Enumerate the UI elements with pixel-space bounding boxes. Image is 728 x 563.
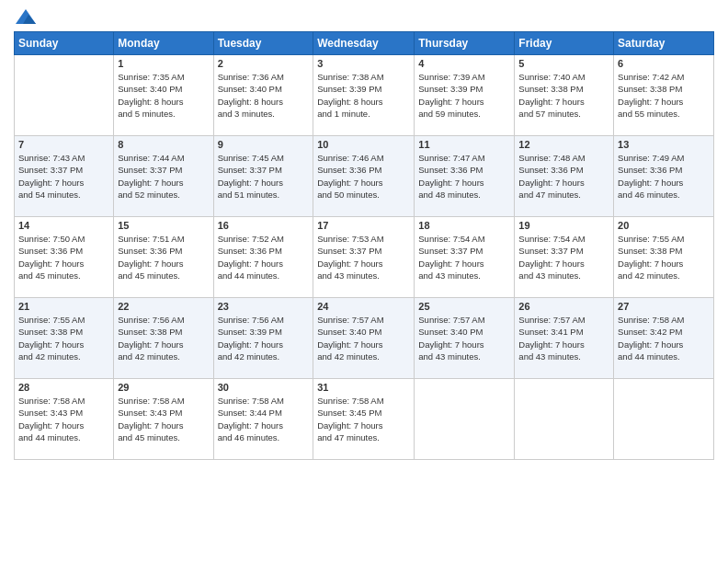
calendar-header-thursday: Thursday — [415, 32, 515, 55]
calendar-cell: 22Sunrise: 7:56 AM Sunset: 3:38 PM Dayli… — [114, 298, 213, 379]
day-number: 16 — [218, 220, 310, 231]
calendar-cell: 1Sunrise: 7:35 AM Sunset: 3:40 PM Daylig… — [114, 55, 213, 136]
day-number: 31 — [317, 382, 410, 393]
calendar-cell: 24Sunrise: 7:57 AM Sunset: 3:40 PM Dayli… — [313, 298, 415, 379]
day-info: Sunrise: 7:49 AM Sunset: 3:36 PM Dayligh… — [618, 152, 710, 201]
day-number: 11 — [418, 139, 510, 150]
calendar-header-row: SundayMondayTuesdayWednesdayThursdayFrid… — [15, 32, 714, 55]
day-info: Sunrise: 7:58 AM Sunset: 3:45 PM Dayligh… — [317, 395, 410, 443]
day-number: 3 — [317, 58, 410, 69]
calendar-cell: 21Sunrise: 7:55 AM Sunset: 3:38 PM Dayli… — [15, 298, 114, 379]
day-info: Sunrise: 7:51 AM Sunset: 3:36 PM Dayligh… — [118, 233, 209, 282]
day-number: 22 — [118, 301, 209, 312]
day-info: Sunrise: 7:55 AM Sunset: 3:38 PM Dayligh… — [618, 233, 710, 282]
calendar-cell — [515, 379, 614, 460]
day-number: 9 — [218, 139, 310, 150]
day-info: Sunrise: 7:52 AM Sunset: 3:36 PM Dayligh… — [218, 233, 310, 282]
day-info: Sunrise: 7:46 AM Sunset: 3:36 PM Dayligh… — [317, 152, 410, 201]
calendar-cell: 26Sunrise: 7:57 AM Sunset: 3:41 PM Dayli… — [515, 298, 614, 379]
logo-icon — [16, 9, 36, 24]
day-info: Sunrise: 7:56 AM Sunset: 3:38 PM Dayligh… — [118, 314, 209, 362]
calendar-cell: 27Sunrise: 7:58 AM Sunset: 3:42 PM Dayli… — [614, 298, 714, 379]
calendar-cell: 20Sunrise: 7:55 AM Sunset: 3:38 PM Dayli… — [614, 217, 714, 298]
calendar-cell: 25Sunrise: 7:57 AM Sunset: 3:40 PM Dayli… — [415, 298, 515, 379]
day-info: Sunrise: 7:54 AM Sunset: 3:37 PM Dayligh… — [418, 233, 510, 282]
calendar-cell: 19Sunrise: 7:54 AM Sunset: 3:37 PM Dayli… — [515, 217, 614, 298]
day-info: Sunrise: 7:38 AM Sunset: 3:39 PM Dayligh… — [317, 71, 410, 120]
day-number: 1 — [118, 58, 209, 69]
day-number: 7 — [18, 139, 109, 150]
calendar-header-monday: Monday — [114, 32, 213, 55]
day-info: Sunrise: 7:57 AM Sunset: 3:40 PM Dayligh… — [418, 314, 510, 362]
calendar-cell: 3Sunrise: 7:38 AM Sunset: 3:39 PM Daylig… — [313, 55, 415, 136]
day-info: Sunrise: 7:57 AM Sunset: 3:41 PM Dayligh… — [518, 314, 609, 362]
day-info: Sunrise: 7:50 AM Sunset: 3:36 PM Dayligh… — [18, 233, 109, 282]
calendar-header-saturday: Saturday — [614, 32, 714, 55]
calendar-cell — [15, 55, 114, 136]
day-info: Sunrise: 7:43 AM Sunset: 3:37 PM Dayligh… — [18, 152, 109, 201]
calendar-cell: 31Sunrise: 7:58 AM Sunset: 3:45 PM Dayli… — [313, 379, 415, 460]
day-number: 27 — [618, 301, 710, 312]
page: SundayMondayTuesdayWednesdayThursdayFrid… — [0, 0, 728, 563]
calendar-cell: 5Sunrise: 7:40 AM Sunset: 3:38 PM Daylig… — [515, 55, 614, 136]
calendar-header-friday: Friday — [515, 32, 614, 55]
calendar-cell: 6Sunrise: 7:42 AM Sunset: 3:38 PM Daylig… — [614, 55, 714, 136]
day-info: Sunrise: 7:36 AM Sunset: 3:40 PM Dayligh… — [218, 71, 310, 120]
day-number: 15 — [118, 220, 209, 231]
day-info: Sunrise: 7:48 AM Sunset: 3:36 PM Dayligh… — [518, 152, 609, 201]
day-info: Sunrise: 7:58 AM Sunset: 3:43 PM Dayligh… — [118, 395, 209, 443]
calendar-cell: 11Sunrise: 7:47 AM Sunset: 3:36 PM Dayli… — [415, 136, 515, 217]
day-number: 26 — [518, 301, 609, 312]
calendar-cell: 10Sunrise: 7:46 AM Sunset: 3:36 PM Dayli… — [313, 136, 415, 217]
day-number: 12 — [518, 139, 609, 150]
calendar-cell: 29Sunrise: 7:58 AM Sunset: 3:43 PM Dayli… — [114, 379, 213, 460]
day-number: 23 — [218, 301, 310, 312]
calendar-header-sunday: Sunday — [15, 32, 114, 55]
calendar-week-row: 7Sunrise: 7:43 AM Sunset: 3:37 PM Daylig… — [15, 136, 714, 217]
day-number: 28 — [18, 382, 109, 393]
calendar-cell: 7Sunrise: 7:43 AM Sunset: 3:37 PM Daylig… — [15, 136, 114, 217]
day-number: 14 — [18, 220, 109, 231]
calendar-cell: 14Sunrise: 7:50 AM Sunset: 3:36 PM Dayli… — [15, 217, 114, 298]
day-number: 24 — [317, 301, 410, 312]
calendar-cell: 23Sunrise: 7:56 AM Sunset: 3:39 PM Dayli… — [213, 298, 313, 379]
day-info: Sunrise: 7:57 AM Sunset: 3:40 PM Dayligh… — [317, 314, 410, 362]
day-info: Sunrise: 7:45 AM Sunset: 3:37 PM Dayligh… — [218, 152, 310, 201]
day-number: 6 — [618, 58, 710, 69]
calendar-cell: 2Sunrise: 7:36 AM Sunset: 3:40 PM Daylig… — [213, 55, 313, 136]
day-info: Sunrise: 7:44 AM Sunset: 3:37 PM Dayligh… — [118, 152, 209, 201]
calendar-cell: 8Sunrise: 7:44 AM Sunset: 3:37 PM Daylig… — [114, 136, 213, 217]
calendar-cell: 13Sunrise: 7:49 AM Sunset: 3:36 PM Dayli… — [614, 136, 714, 217]
day-number: 13 — [618, 139, 710, 150]
calendar-header-wednesday: Wednesday — [313, 32, 415, 55]
day-number: 21 — [18, 301, 109, 312]
calendar-cell: 16Sunrise: 7:52 AM Sunset: 3:36 PM Dayli… — [213, 217, 313, 298]
day-number: 17 — [317, 220, 410, 231]
day-number: 5 — [518, 58, 609, 69]
day-info: Sunrise: 7:54 AM Sunset: 3:37 PM Dayligh… — [518, 233, 609, 282]
calendar-table: SundayMondayTuesdayWednesdayThursdayFrid… — [14, 31, 714, 460]
day-info: Sunrise: 7:55 AM Sunset: 3:38 PM Dayligh… — [18, 314, 109, 362]
day-info: Sunrise: 7:42 AM Sunset: 3:38 PM Dayligh… — [618, 71, 710, 120]
day-info: Sunrise: 7:58 AM Sunset: 3:42 PM Dayligh… — [618, 314, 710, 362]
calendar-cell: 28Sunrise: 7:58 AM Sunset: 3:43 PM Dayli… — [15, 379, 114, 460]
calendar-cell: 17Sunrise: 7:53 AM Sunset: 3:37 PM Dayli… — [313, 217, 415, 298]
calendar-cell — [614, 379, 714, 460]
calendar-cell — [415, 379, 515, 460]
calendar-week-row: 21Sunrise: 7:55 AM Sunset: 3:38 PM Dayli… — [15, 298, 714, 379]
day-number: 29 — [118, 382, 209, 393]
day-info: Sunrise: 7:47 AM Sunset: 3:36 PM Dayligh… — [418, 152, 510, 201]
day-info: Sunrise: 7:58 AM Sunset: 3:43 PM Dayligh… — [18, 395, 109, 443]
header — [14, 9, 714, 24]
calendar-cell: 12Sunrise: 7:48 AM Sunset: 3:36 PM Dayli… — [515, 136, 614, 217]
calendar-week-row: 14Sunrise: 7:50 AM Sunset: 3:36 PM Dayli… — [15, 217, 714, 298]
day-info: Sunrise: 7:58 AM Sunset: 3:44 PM Dayligh… — [218, 395, 310, 443]
day-number: 4 — [418, 58, 510, 69]
day-info: Sunrise: 7:53 AM Sunset: 3:37 PM Dayligh… — [317, 233, 410, 282]
day-number: 20 — [618, 220, 710, 231]
calendar-cell: 9Sunrise: 7:45 AM Sunset: 3:37 PM Daylig… — [213, 136, 313, 217]
calendar-cell: 15Sunrise: 7:51 AM Sunset: 3:36 PM Dayli… — [114, 217, 213, 298]
day-info: Sunrise: 7:39 AM Sunset: 3:39 PM Dayligh… — [418, 71, 510, 120]
day-number: 30 — [218, 382, 310, 393]
day-number: 19 — [518, 220, 609, 231]
